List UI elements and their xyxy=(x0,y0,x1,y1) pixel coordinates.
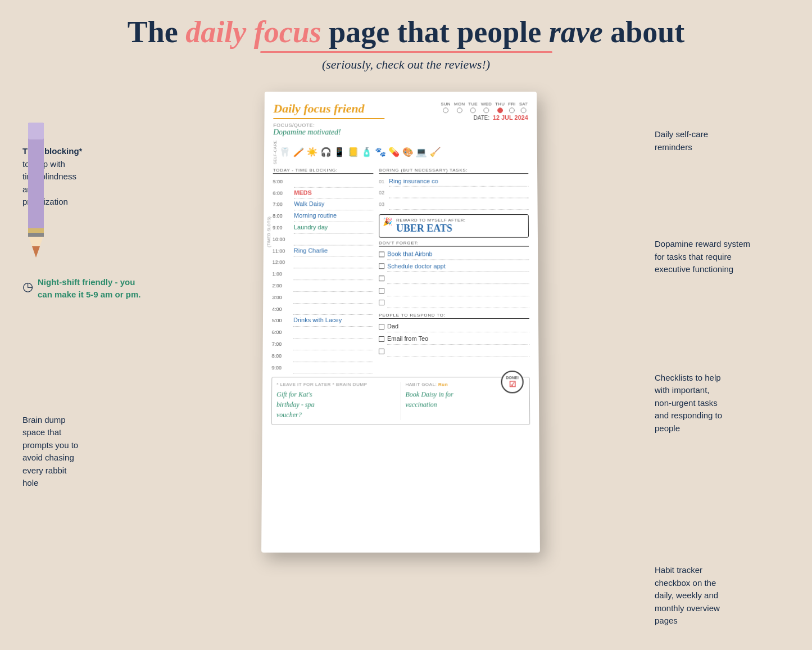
time-blocks-wrapper: 5:00 - 6:00 MEDS 7:00 Walk Daisy 8:00 xyxy=(271,176,373,374)
person-checkbox-3[interactable] xyxy=(378,349,384,354)
checkbox-3[interactable] xyxy=(379,276,384,282)
habit-brain-text: Book Daisy in forvaccination xyxy=(405,390,524,410)
person-checkbox-1[interactable] xyxy=(378,324,384,330)
night-shift-text: Night-shift friendly - you can make it 5… xyxy=(38,276,146,301)
reward-value: UBER EATS xyxy=(396,223,524,234)
time-row-500a: 5:00 - xyxy=(273,176,373,187)
task-200p: - xyxy=(293,281,373,292)
time-row-1100a: 11:00 Ring Charlie xyxy=(272,246,373,258)
dont-forget-5: - xyxy=(379,297,529,309)
done-check-icon: ☑ xyxy=(509,380,516,389)
time-row-800p: 8:00 - xyxy=(271,350,373,362)
planner-title-underline xyxy=(273,118,384,119)
dont-forget-text-5: - xyxy=(387,297,529,309)
boring-tasks-section: BORING (BUT NECESSARY) TASKS: 01 Ring in… xyxy=(379,168,528,210)
task-600p: - xyxy=(293,327,373,339)
boring-task-3: 03 - xyxy=(379,199,528,210)
mon-circle xyxy=(456,108,462,114)
time-blocking-body: to help withtime blindnessandprioritizat… xyxy=(22,159,76,207)
daily-selfcare-annotation: Daily self-carereminders xyxy=(655,128,790,154)
time-400p: 4:00 xyxy=(272,306,290,312)
sat-circle xyxy=(520,108,526,114)
planner-title: Daily focus friend xyxy=(273,102,441,116)
date-value: 12 JUL 2024 xyxy=(492,115,528,121)
task-text-3: - xyxy=(389,199,529,210)
time-1200p: 12:00 xyxy=(272,260,290,265)
person-text-1: Dad xyxy=(387,322,529,333)
day-thu: THU xyxy=(495,102,505,114)
icon-headphones: 🎧 xyxy=(320,147,331,158)
checkbox-2[interactable] xyxy=(379,264,384,269)
icon-sun: ☀️ xyxy=(306,147,317,158)
icon-tooth: 🦷 xyxy=(279,147,290,158)
day-sat: SAT xyxy=(519,102,528,114)
timed-slots-label: (TIMED SLOTS) xyxy=(266,198,271,265)
headline-suffix: about xyxy=(603,15,685,49)
time-row-1200p: 12:00 - xyxy=(272,257,373,269)
icon-laptop: 💻 xyxy=(415,147,427,158)
day-sun: SUN xyxy=(441,102,451,114)
icon-broom: 🧹 xyxy=(429,147,441,158)
time-row-700p: 7:00 - xyxy=(271,338,373,350)
tue-circle xyxy=(470,108,475,114)
day-tue: TUE xyxy=(468,102,478,114)
planner-bottom: * LEAVE IT FOR LATER * BRAIN DUMP Gift f… xyxy=(271,377,530,426)
people-section: PEOPLE TO RESPOND TO: Dad Email from Teo… xyxy=(378,313,529,357)
person-checkbox-2[interactable] xyxy=(378,336,384,342)
brain-dump-planner-label: * LEAVE IT FOR LATER * BRAIN DUMP xyxy=(276,382,396,387)
main-area: Time blocking* to help withtime blindnes… xyxy=(0,78,812,650)
time-row-400p: 4:00 - xyxy=(272,304,373,315)
checkbox-1[interactable] xyxy=(379,252,384,258)
planner-left-header: Daily focus friend FOCUS/QUOTE: Dopamine… xyxy=(273,102,441,137)
checklists-annotation: Checklists to helpwith important,non-urg… xyxy=(655,372,790,435)
date-label: DATE: xyxy=(473,115,491,121)
time-500p: 5:00 xyxy=(271,318,289,324)
time-row-800a: 8:00 Morning routine xyxy=(273,211,373,223)
reward-content: REWARD TO MYSELF AFTER: UBER EATS xyxy=(396,218,524,234)
dont-forget-section: DON'T FORGET: Book that Airbnb Schedule … xyxy=(379,241,529,309)
days-row: SUN MON TUE WED xyxy=(441,102,528,114)
planner-header-row: Daily focus friend FOCUS/QUOTE: Dopamine… xyxy=(273,102,528,137)
icon-phone: 📱 xyxy=(334,147,345,158)
time-blocking-column: TODAY - TIME BLOCKING: 5:00 - 6:00 MEDS … xyxy=(271,168,373,373)
right-annotations: Daily self-carereminders Dopamine reward… xyxy=(655,89,790,650)
task-1100a: Ring Charlie xyxy=(293,246,373,258)
icon-palette: 🎨 xyxy=(402,147,413,158)
reward-icon: 🎉 xyxy=(383,217,392,226)
person-1: Dad xyxy=(378,322,529,333)
time-row-100p: 1:00 - xyxy=(272,269,373,281)
boring-task-2: 02 - xyxy=(379,188,528,198)
task-1200p: - xyxy=(293,257,373,269)
self-care-section: SELF-CARE 🦷 🪥 ☀️ 🎧 📱 📒 🧴 🐾 💊 🎨 💻 🧹 xyxy=(273,141,528,165)
page-header: The daily focus page that people rave ab… xyxy=(0,0,812,78)
time-row-300p: 3:00 - xyxy=(272,292,373,304)
time-row-900p: 9:00 - xyxy=(271,362,373,374)
fri-circle xyxy=(509,108,515,114)
task-1000a: - xyxy=(293,234,373,246)
headline-highlight: daily focus xyxy=(185,15,321,49)
task-700p: - xyxy=(293,338,373,350)
person-text-2: Email from Teo xyxy=(387,333,529,345)
time-600p: 6:00 xyxy=(271,330,289,336)
task-text-1: Ring insurance co xyxy=(389,176,528,187)
time-500a: 5:00 xyxy=(273,179,291,184)
time-900p: 9:00 xyxy=(271,365,289,371)
day-wed: WED xyxy=(480,102,491,114)
main-headline: The daily focus page that people rave ab… xyxy=(34,16,778,49)
header-underline xyxy=(260,51,552,53)
checkbox-4[interactable] xyxy=(379,288,384,294)
reward-box: 🎉 REWARD TO MYSELF AFTER: UBER EATS xyxy=(379,214,529,238)
person-2: Email from Teo xyxy=(378,333,529,345)
habit-value: Run xyxy=(438,382,448,387)
time-100p: 1:00 xyxy=(272,272,290,277)
header-subtitle: (seriously, check out the reviews!) xyxy=(34,57,778,72)
dont-forget-1: Book that Airbnb xyxy=(379,249,529,260)
boring-task-1: 01 Ring insurance co xyxy=(379,176,528,187)
dont-forget-text-4: - xyxy=(387,285,529,296)
headline-middle: page that people xyxy=(321,15,549,49)
night-shift-annotation: ◷ Night-shift friendly - you can make it… xyxy=(22,276,146,301)
task-num-3: 03 xyxy=(379,202,387,207)
icon-notebook: 📒 xyxy=(347,147,359,158)
people-label: PEOPLE TO RESPOND TO: xyxy=(379,313,529,319)
checkbox-5[interactable] xyxy=(379,300,384,306)
